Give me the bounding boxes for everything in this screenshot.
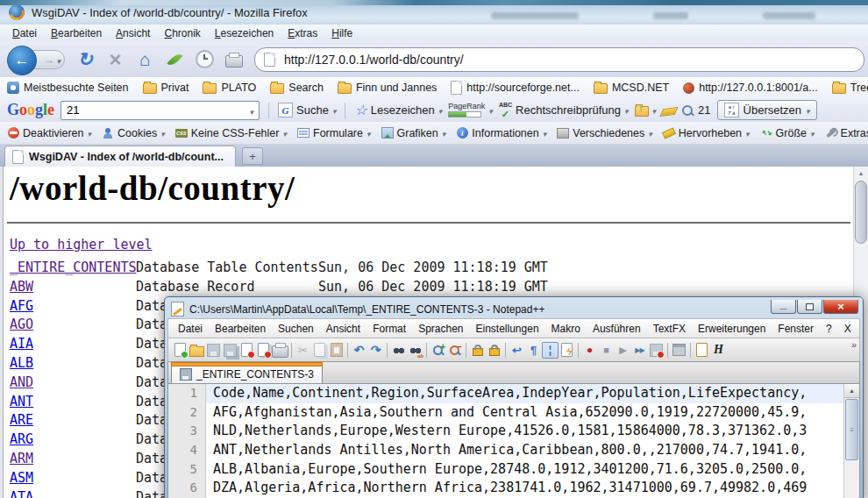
dropdown-caret[interactable] [160,127,165,139]
npp-menu-suchen[interactable]: Suchen [272,321,320,337]
redo-button[interactable] [367,342,384,359]
npp-menu-fenster[interactable]: Fenster [772,321,820,337]
bookmark-folder-privat[interactable]: Privat [143,82,189,94]
function-completion-button[interactable] [559,342,575,359]
bookmark-sourceforge[interactable]: http://sourceforge.net... [451,81,580,95]
entry-link[interactable]: ATA [10,489,33,498]
menu-chronik[interactable]: Chronik [157,26,207,40]
browser-tab[interactable]: WsgiDAV - Index of /world-db/count... [4,146,236,167]
devbar-disable[interactable]: Deaktivieren [7,127,91,139]
devbar-images[interactable]: Grafiken [381,127,446,139]
send-to-button[interactable] [635,103,657,117]
spellcheck-button[interactable]: ABCRechtschreibprüfung [499,102,629,119]
cut-button[interactable] [295,342,311,359]
reload-button[interactable] [74,48,96,71]
zoom-button[interactable]: 21 [682,103,710,117]
open-file-button[interactable] [189,342,205,359]
npp-menu-datei[interactable]: Datei [172,321,209,337]
devbar-css[interactable]: CSSKeine CSS-Fehler [175,127,287,139]
dropdown-caret[interactable] [87,127,91,139]
dropdown-caret[interactable] [652,103,657,117]
devbar-outline[interactable]: Hervorheben [663,127,750,139]
npp-menu-help[interactable]: ? [820,321,838,337]
npp-menu-sprachen[interactable]: Sprachen [412,321,469,337]
npp-menu-bearbeiten[interactable]: Bearbeiten [209,321,272,337]
notepad-editor[interactable]: 1 2 3 4 5 6 Code,Name,Continent,Region,S… [167,383,860,498]
print-button[interactable] [223,48,245,71]
google-bookmarks-button[interactable]: Lesezeichen [354,102,442,118]
devbar-miscellaneous[interactable]: Verschiedenes [557,127,652,139]
google-search-button[interactable]: GSuche [278,103,336,117]
npp-menu-einstellungen[interactable]: Einstellungen [470,321,545,337]
home-button[interactable] [133,48,156,71]
npp-menu-erweiterungen[interactable]: Erweiterungen [692,321,772,337]
toolbar-overflow-chevron[interactable] [851,339,857,350]
close-all-button[interactable] [255,342,272,359]
paste-button[interactable] [328,342,345,359]
entry-link[interactable]: ASM [10,470,33,486]
undo-button[interactable] [351,342,367,359]
new-tab-button[interactable]: + [242,147,263,165]
dropdown-caret[interactable] [438,103,443,117]
new-file-button[interactable] [172,342,189,359]
bookmark-folder-plato[interactable]: PLATO [203,82,256,94]
code-area[interactable]: Code,Name,Continent,Region,SurfaceArea,I… [206,384,843,498]
entry-link[interactable]: ANT [10,394,33,409]
menu-hilfe[interactable]: Hilfe [324,26,359,40]
devbar-cookies[interactable]: Cookies [102,127,165,139]
copy-button[interactable] [311,342,328,359]
entry-link[interactable]: ARM [10,451,33,466]
highlighter-button[interactable] [662,104,676,116]
bookmark-folder-finn-und-jannes[interactable]: Finn und Jannes [338,82,437,94]
zoom-in-button[interactable] [430,342,446,359]
back-button[interactable] [7,46,37,75]
sync-vertical-button[interactable] [469,342,486,359]
save-button[interactable] [205,342,222,359]
find-button[interactable] [390,342,407,359]
document-tab[interactable]: _ENTIRE_CONTENTS-3 [171,364,323,383]
search-history-caret[interactable] [245,103,260,118]
npp-menu-ansicht[interactable]: Ansicht [320,321,366,337]
dropdown-caret[interactable] [366,127,371,139]
url-input[interactable] [282,52,855,68]
entry-link[interactable]: ARE [10,412,33,428]
indent-guide-button[interactable] [542,342,559,359]
dropdown-caret[interactable] [648,127,652,139]
editor-scrollbar[interactable] [843,384,859,498]
close-file-button[interactable] [238,342,255,359]
npp-menu-format[interactable]: Format [366,321,412,337]
save-all-button[interactable] [222,342,238,359]
npp-menu-makro[interactable]: Makro [545,321,587,337]
sync-horizontal-button[interactable] [486,342,502,359]
stop-button[interactable] [103,48,126,71]
menu-ansicht[interactable]: Ansicht [109,26,157,40]
zoom-out-button[interactable] [446,342,463,359]
stop-macro-button[interactable] [598,342,615,359]
menu-lesezeichen[interactable]: Lesezeichen [208,26,281,40]
dropdown-caret[interactable] [282,127,287,139]
dropdown-caret[interactable] [488,103,493,117]
feedly-extension-button[interactable] [163,48,186,71]
html-tidy-button[interactable] [710,342,727,359]
bookmark-folder-search[interactable]: Search [270,82,324,94]
entry-link[interactable]: AGO [10,317,33,332]
bookmark-folder-tree-samples[interactable]: Tree Samples [832,82,868,94]
history-extension-button[interactable] [193,48,216,71]
dropdown-caret[interactable] [806,103,810,117]
bookmark-most-visited[interactable]: Meistbesuchte Seiten [7,82,129,94]
entry-link[interactable]: ALB [10,355,33,371]
scrollbar-thumb[interactable] [855,181,867,244]
scrollbar-thumb[interactable] [845,399,858,460]
entry-link[interactable]: ARG [10,431,33,447]
devbar-tools[interactable]: Extras [825,127,868,139]
devbar-forms[interactable]: Formulare [297,127,371,139]
scroll-up-arrow-icon[interactable] [844,384,859,398]
npp-menu-close-document[interactable]: X [838,321,860,337]
google-search-input[interactable] [61,103,244,117]
dropdown-caret[interactable] [745,127,750,139]
record-macro-button[interactable] [581,342,598,359]
close-button[interactable] [823,300,858,314]
pagerank-button[interactable]: PageRank [448,103,493,117]
bookmark-localhost-8001[interactable]: http://127.0.0.1:8001/a... [683,82,818,94]
menu-bearbeiten[interactable]: Bearbeiten [44,26,109,40]
